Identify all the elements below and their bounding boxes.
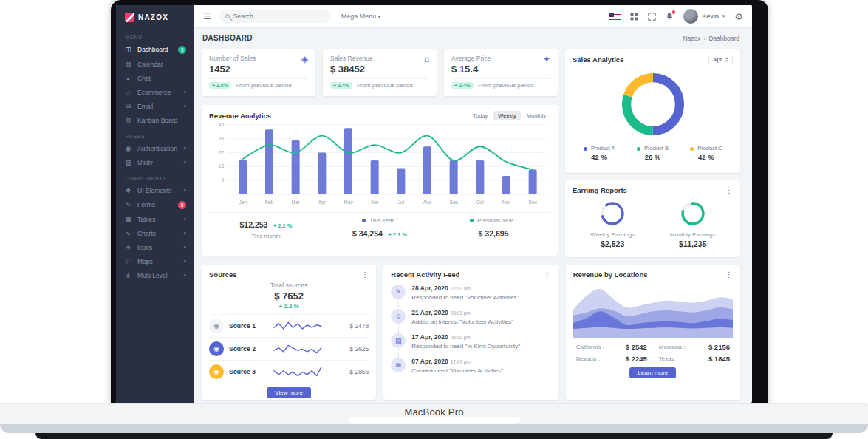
legend-percent: 42 % (573, 153, 626, 161)
svg-text:Nov: Nov (502, 200, 511, 205)
legend-label: Product B (644, 145, 669, 152)
total-sources-value: $ 7652 (209, 290, 369, 302)
apps-grid-icon[interactable] (630, 13, 638, 21)
view-more-button[interactable]: View more (267, 387, 311, 398)
pencil-icon: ✎ (391, 285, 406, 299)
search-icon (225, 14, 230, 18)
search-input[interactable] (233, 13, 315, 20)
settings-gear-icon[interactable]: ⚙ (734, 11, 743, 22)
sidebar-item-icon: ⚐ (124, 258, 132, 265)
user-menu[interactable]: Kevin ▾ (683, 9, 725, 24)
chevron-down-icon: ▾ (183, 146, 186, 152)
period-tab[interactable]: Monthly (522, 111, 550, 120)
learn-more-button[interactable]: Learn more (629, 367, 676, 378)
sidebar-item[interactable]: ▦ Tables ▾ (116, 212, 194, 226)
search-box[interactable] (219, 10, 331, 23)
user-name: Kevin (702, 13, 719, 20)
sidebar-item-icon: ▤ (124, 61, 132, 68)
location-stat: Texas : $ 1845 (659, 355, 730, 363)
stat-cards-row: Number of Sales 1452 ◈ + 2.4% From previ… (202, 49, 558, 96)
svg-text:May: May (344, 200, 353, 205)
chevron-down-icon: ▾ (183, 245, 186, 251)
sidebar-item-icon: ✎ (124, 201, 132, 208)
total-sources-label: Total sources (209, 282, 369, 289)
sidebar-section: PAGES ◉ Authentication ▾ (116, 134, 194, 169)
sidebar-item[interactable]: ∿ Charts ▾ (116, 226, 194, 240)
sidebar-item[interactable]: ⌂ Ecommerce ▾ (116, 85, 194, 99)
sidebar-item[interactable]: ▥ Kanban Board (116, 113, 194, 127)
sidebar-item[interactable]: ⋔ Multi Level ▾ (116, 268, 194, 282)
svg-text:45: 45 (219, 122, 225, 127)
legend-item: Product C 42 % (680, 145, 733, 161)
macbook-deck: MacBook Pro (0, 403, 868, 424)
notifications-bell-icon[interactable] (666, 12, 674, 21)
sidebar-item[interactable]: ◒ Chat (116, 71, 194, 85)
sidebar-item[interactable]: ◉ Authentication ▾ (116, 141, 194, 155)
macbook-shadow (35, 433, 833, 439)
mega-menu-button[interactable]: Mega Menu ▾ (341, 13, 381, 20)
sidebar-item[interactable]: ✳ Icons ▾ (116, 240, 194, 254)
legend-item: Product A 42 % (573, 145, 626, 161)
sidebar-item[interactable]: ❖ UI Elements ▾ (116, 183, 194, 197)
sidebar-item-label: Forms (137, 201, 155, 208)
chevron-down-icon: ▾ (183, 89, 186, 95)
location-label: Montana : (659, 344, 686, 350)
sidebar-item[interactable]: ▧ Utility ▾ (116, 155, 194, 169)
page-content: DASHBOARD Nazox › Dashboard (194, 27, 752, 403)
language-flag-icon[interactable] (609, 13, 621, 21)
kebab-menu-icon[interactable]: ⋮ (544, 270, 551, 279)
sidebar-item[interactable]: ⚐ Maps ▾ (116, 254, 194, 268)
location-value: $ 1845 (708, 355, 730, 363)
source-row[interactable]: ◉ Source 3 $ 2856 (209, 360, 369, 383)
source-name: Source 2 (229, 345, 266, 353)
sidebar-item[interactable]: ◫ Dashboard 3 (116, 42, 194, 57)
sidebar-item-label: Dashboard (137, 46, 168, 53)
sidebar-item-label: Icons (137, 244, 152, 251)
user-icon: ☺ (391, 309, 406, 324)
period-tab[interactable]: Weekly (493, 111, 520, 120)
svg-text:Jan: Jan (239, 200, 247, 205)
location-label: Texas : (659, 355, 677, 362)
activity-time: 08:01 pm (451, 310, 471, 316)
period-tab[interactable]: Today (468, 111, 492, 120)
activity-item: ✉ 07 Apr, 202012:47 pm Created need "Vol… (391, 358, 550, 374)
legend-label: Product C (697, 145, 722, 152)
sidebar-item[interactable]: ▤ Calendar (116, 57, 194, 71)
sidebar-section: MENU ◫ Dashboard 3 (116, 35, 194, 127)
month-select[interactable]: Apr ▲▼ (708, 55, 733, 64)
sidebar-item-icon: ▥ (124, 117, 132, 124)
earning-item: Weekly Earnings $2,523 (573, 199, 653, 248)
kebab-menu-icon[interactable]: ⋮ (725, 270, 733, 279)
sidebar-item[interactable]: ✎ Forms 8 (116, 197, 194, 212)
this-year-dot (362, 219, 366, 222)
source-row[interactable]: ◉ Source 2 $ 2625 (209, 337, 369, 360)
fullscreen-icon[interactable] (648, 13, 656, 21)
breadcrumb-root[interactable]: Nazox (683, 35, 700, 42)
earning-ring-chart (678, 199, 708, 228)
earning-value: $11,235 (653, 239, 734, 248)
source-value: $ 2625 (349, 345, 369, 353)
kebab-menu-icon[interactable]: ⋮ (361, 270, 369, 279)
activity-text: Responded to need "In-Kind Opportunity" (411, 343, 520, 350)
source-row[interactable]: ◉ Source 1 $ 2478 (209, 314, 369, 337)
hamburger-menu-icon[interactable]: ☰ (203, 11, 211, 21)
sidebar-item-icon: ∿ (124, 230, 132, 237)
sidebar-item-icon: ❖ (124, 187, 132, 194)
kebab-menu-icon[interactable]: ⋮ (725, 186, 733, 194)
stat-note: From previous period (236, 82, 292, 89)
sidebar-item[interactable]: ✉ Email ▾ (116, 99, 194, 113)
notification-dot (672, 10, 676, 14)
activity-item: ☺ 21 Apr, 202008:01 pm Added an interest… (391, 309, 550, 325)
source-sparkline-chart (271, 363, 324, 381)
revenue-combo-chart: 453627189JanFebMarAprMayJunJulAugSepOctN… (209, 120, 550, 211)
sales-donut-chart (615, 66, 691, 143)
mail-icon: ✉ (391, 358, 406, 372)
bottom-row: Sources ⋮ Total sources $ 7652 + 2.2 % (202, 265, 740, 400)
breadcrumb-current: Dashboard (708, 35, 739, 42)
sidebar-item-label: Kanban Board (137, 117, 177, 124)
legend-percent: 42 % (680, 153, 733, 161)
prev-year-label: Previous Year : (477, 217, 517, 224)
brand[interactable]: NAZOX (116, 5, 194, 28)
activity-feed-card: Recent Activity Feed ⋮ ✎ (383, 265, 558, 400)
stat-value: 1452 (209, 64, 256, 75)
